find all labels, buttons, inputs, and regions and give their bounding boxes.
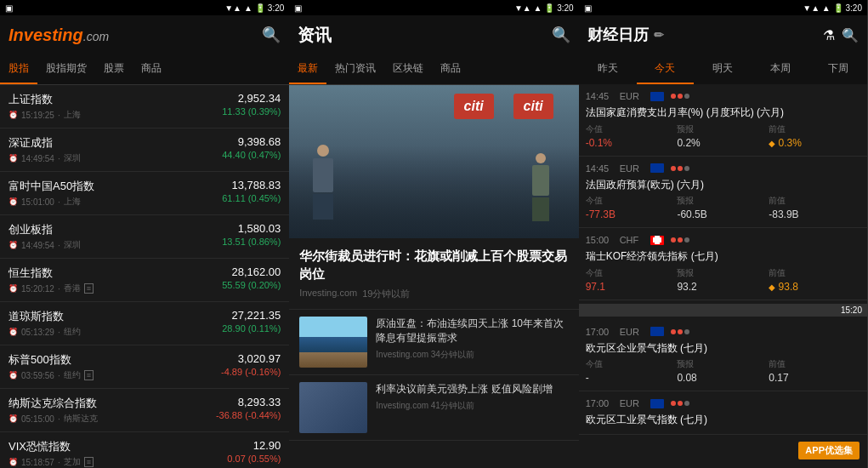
- panel-stocks: ▣ ▼▲ ▲ 🔋 3:20 Investing.com 🔍 股指 股指期货 股票…: [0, 0, 289, 468]
- cal-event-4[interactable]: 17:00 EUR 欧元区企业景气指数 (七月) 今值 -: [579, 320, 867, 392]
- tab-latest[interactable]: 最新: [289, 54, 326, 84]
- event-currency-0: EUR: [620, 91, 644, 101]
- tab-stock-indices[interactable]: 股指: [0, 54, 37, 84]
- calendar-panel: ▣ ▼▲ ▲ 🔋 3:20 财经日历 ✏ ⚗ 🔍 昨天 今天 明天 本周 下周: [579, 0, 868, 468]
- event-time-4: 17:00: [586, 327, 613, 337]
- tab-commodities-1[interactable]: 商品: [133, 54, 170, 84]
- stock-name-4: 恒生指数: [9, 265, 94, 281]
- stock-name-7: 纳斯达克综合指数: [9, 396, 98, 411]
- stock-name-5: 道琼斯指数: [9, 309, 81, 324]
- stock-name-8: VIX恐慌指数: [9, 439, 94, 454]
- calendar-header: 财经日历 ✏ ⚗ 🔍: [579, 15, 867, 54]
- stock-meta-8: ⏰ 15:18:57 · 芝加 ≡: [9, 456, 94, 468]
- stock-meta-6: ⏰ 03:59:56 · 纽约 ≡: [9, 369, 94, 381]
- stock-item-1[interactable]: 深证成指 ⏰ 14:49:54 · 深圳 9,398.68 44.40 (0.4…: [0, 128, 289, 172]
- status-left-1: ▣: [5, 3, 13, 13]
- stock-meta-3: ⏰ 14:49:54 · 深圳: [9, 239, 81, 251]
- eu-flag-4: [650, 327, 664, 336]
- cal-tab-yesterday[interactable]: 昨天: [579, 54, 637, 84]
- pencil-icon: ✏: [654, 28, 664, 42]
- main-news-text[interactable]: 华尔街裁员进行时：花旗或削减上百个股票交易岗位 Investing.com 19…: [289, 238, 578, 310]
- cal-tab-today[interactable]: 今天: [637, 54, 695, 84]
- tab-commodities-2[interactable]: 商品: [432, 54, 469, 84]
- stock-item-6[interactable]: 标普500指数 ⏰ 03:59:56 · 纽约 ≡ 3,020.97 -4.89…: [0, 345, 289, 389]
- main-news-image[interactable]: citi citi: [289, 85, 578, 238]
- stock-meta-4: ⏰ 15:20:12 · 香港 ≡: [9, 283, 94, 294]
- person-2: [528, 153, 553, 221]
- search-icon-3[interactable]: 🔍: [842, 27, 859, 43]
- news-thumb-1: [299, 317, 367, 368]
- event-title-2: 瑞士KOF经济领先指标 (七月): [586, 250, 860, 264]
- stock-meta-5: ⏰ 05:13:29 · 纽约: [9, 326, 81, 338]
- news-item-1[interactable]: 原油亚盘：布油连续四天上涨 10年来首次降息有望提振需求 Investing.c…: [289, 310, 578, 375]
- news-thumb-2: [299, 382, 367, 433]
- watermark-badge: APP优选集: [798, 442, 859, 459]
- tab-blockchain[interactable]: 区块链: [384, 54, 432, 84]
- stock-item-8[interactable]: VIX恐慌指数 ⏰ 15:18:57 · 芝加 ≡ 12.90 0.07 (0.…: [0, 432, 289, 468]
- stock-name-0: 上证指数: [9, 92, 81, 107]
- stock-item-3[interactable]: 创业板指 ⏰ 14:49:54 · 深圳 1,580.03 13.51 (0.8…: [0, 215, 289, 259]
- stock-item-0[interactable]: 上证指数 ⏰ 15:19:25 · 上海 2,952.34 11.33 (0.3…: [0, 85, 289, 128]
- stock-item-4[interactable]: 恒生指数 ⏰ 15:20:12 · 香港 ≡ 28,162.00 55.59 (…: [0, 259, 289, 302]
- brand-logo: Investing.com: [9, 26, 109, 45]
- status-time-1: 3:20: [268, 3, 284, 13]
- cal-event-0[interactable]: 14:45 EUR 法国家庭消费支出月率(%) (月度环比) (六月) 今值 -…: [579, 84, 867, 157]
- importance-2: [671, 237, 689, 243]
- wifi-icon: ▲: [244, 3, 252, 13]
- filter-icon[interactable]: ⚗: [823, 27, 835, 43]
- status-bar-2: ▣ ▼▲ ▲ 🔋 3:20: [289, 0, 578, 15]
- calendar-tabs: 昨天 今天 明天 本周 下周: [579, 54, 867, 84]
- event-values-1: 今值 -77.3B 预报 -60.5B 前值 -83.9B: [586, 195, 860, 220]
- search-icon-2[interactable]: 🔍: [552, 26, 570, 44]
- eu-flag-5: [650, 399, 664, 408]
- stock-name-2: 富时中国A50指数: [9, 179, 94, 194]
- stock-meta-2: ⏰ 15:01:00 · 上海: [9, 196, 94, 208]
- stock-time-0: 15:19:25: [21, 111, 54, 120]
- cal-tab-thisweek[interactable]: 本周: [752, 54, 809, 84]
- cal-tab-tomorrow[interactable]: 明天: [694, 54, 752, 84]
- france-flag-1: [650, 163, 664, 173]
- stock-meta-0: ⏰ 15:19:25 · 上海: [9, 109, 81, 121]
- importance-5: [671, 401, 689, 406]
- cal-event-5[interactable]: 17:00 EUR 欧元区工业景气指数 (七月): [579, 391, 867, 435]
- stock-change-0: 11.33 (0.39%): [222, 106, 281, 117]
- stock-item-7[interactable]: 纳斯达克综合指数 ⏰ 05:15:00 · 纳斯达克 8,293.33 -36.…: [0, 389, 289, 432]
- tab-stock-futures[interactable]: 股指期货: [37, 54, 95, 84]
- event-time-2: 15:00: [586, 235, 613, 245]
- calendar-events-list: 14:45 EUR 法国家庭消费支出月率(%) (月度环比) (六月) 今值 -…: [579, 84, 867, 468]
- signal-icon: ▼▲: [224, 3, 241, 13]
- person-1: [306, 145, 340, 221]
- citi-sign-2: citi: [454, 94, 494, 119]
- citi-sign: citi: [513, 94, 553, 119]
- swiss-flag-2: [650, 236, 664, 245]
- event-values-4: 今值 - 预报 0.08 前值 0.17: [586, 358, 860, 384]
- event-currency-4: EUR: [620, 327, 644, 337]
- stock-loc-0: 上海: [64, 109, 81, 121]
- cal-tab-nextweek[interactable]: 下周: [809, 54, 867, 84]
- tab-stocks[interactable]: 股票: [95, 54, 133, 84]
- news-item-2[interactable]: 利率决议前美元强势上涨 贬值风险剧增 Investing.com 41分钟以前: [289, 375, 578, 441]
- event-time-1: 14:45: [586, 163, 613, 174]
- cal-event-1[interactable]: 14:45 EUR 法国政府预算(欧元) (六月) 今值 -77.3B: [579, 157, 867, 229]
- main-news-source: Investing.com: [299, 288, 357, 300]
- stock-item-2[interactable]: 富时中国A50指数 ⏰ 15:01:00 · 上海 13,788.83 61.1…: [0, 172, 289, 215]
- search-icon-1[interactable]: 🔍: [262, 26, 281, 44]
- cal-event-2[interactable]: 15:00 CHF 瑞士KOF经济领先指标 (七月) 今值: [579, 228, 867, 300]
- stocks-tabs: 股指 股指期货 股票 商品: [0, 54, 289, 85]
- tab-hot-news[interactable]: 热门资讯: [326, 54, 384, 84]
- status-time-3: 3:20: [846, 3, 862, 13]
- status-bar-1: ▣ ▼▲ ▲ 🔋 3:20: [0, 0, 289, 15]
- importance-1: [671, 166, 689, 171]
- stock-meta-1: ⏰ 14:49:54 · 深圳: [9, 152, 81, 164]
- event-time-0: 14:45: [586, 91, 613, 101]
- status-icon-1: ▣: [5, 3, 13, 13]
- battery-icon: 🔋: [255, 3, 265, 13]
- stock-item-5[interactable]: 道琼斯指数 ⏰ 05:13:29 · 纽约 27,221.35 28.90 (0…: [0, 302, 289, 345]
- news-header: 资讯 🔍: [289, 15, 578, 54]
- news-hero-scene: citi citi: [289, 85, 578, 238]
- brand-com: .com: [83, 30, 109, 43]
- news-small-title-2: 利率决议前美元强势上涨 贬值风险剧增: [376, 382, 568, 397]
- event-values-0: 今值 -0.1% 预报 0.2% 前值 ◆ 0.3%: [586, 123, 860, 149]
- news-tabs: 最新 热门资讯 区块链 商品: [289, 54, 578, 85]
- main-news-title: 华尔街裁员进行时：花旗或削减上百个股票交易岗位: [299, 247, 568, 283]
